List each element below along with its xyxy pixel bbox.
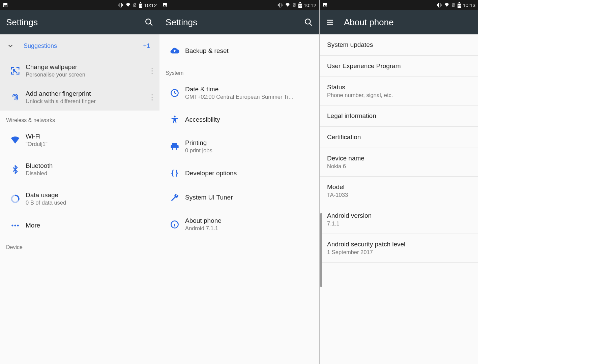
item-title: Android security patch level <box>327 241 471 248</box>
no-sim-icon <box>133 2 137 8</box>
more-horiz-icon <box>5 221 26 230</box>
chevron-down-icon <box>7 42 24 50</box>
status-time: 10:12 <box>303 2 316 8</box>
scrollbar-thumb[interactable] <box>320 213 322 287</box>
item-title: Printing <box>185 139 212 147</box>
screenshot-panel-3: 74 10:13 About phone System updates User… <box>319 0 478 364</box>
item-sub: 0 B of data used <box>26 200 66 206</box>
wrench-icon <box>164 193 185 202</box>
app-bar: About phone <box>320 10 478 34</box>
suggestion-change-wallpaper[interactable]: Change wallpaper Personalise your screen… <box>0 57 159 84</box>
search-icon[interactable] <box>145 18 153 27</box>
picture-icon <box>322 2 328 8</box>
about-item-android-version[interactable]: Android version 7.1.1 <box>320 205 478 234</box>
app-title: Settings <box>166 17 197 28</box>
suggestions-header[interactable]: Suggestions +1 <box>0 34 159 57</box>
search-icon[interactable] <box>304 18 313 27</box>
item-title: Date & time <box>185 86 294 93</box>
more-vert-icon[interactable]: ⋮ <box>145 66 159 75</box>
about-item-certification[interactable]: Certification <box>320 127 478 148</box>
svg-point-18 <box>305 19 310 24</box>
battery-icon: 74 <box>457 2 461 8</box>
item-title: System UI Tuner <box>185 194 233 201</box>
info-icon <box>164 220 185 229</box>
suggestion-title: Add another fingerprint <box>26 90 145 97</box>
item-sub: "Ordulj1" <box>26 141 48 147</box>
svg-text:75: 75 <box>299 4 302 7</box>
settings-item-printing[interactable]: Printing 0 print jobs <box>159 132 319 161</box>
svg-point-7 <box>13 69 14 70</box>
about-item-uxp[interactable]: User Experience Program <box>320 56 478 77</box>
settings-item-data-usage[interactable]: Data usage 0 B of data used <box>0 184 159 213</box>
suggestions-overflow-badge: +1 <box>143 42 156 50</box>
settings-item-accessibility[interactable]: Accessibility <box>159 108 319 132</box>
wifi-icon <box>285 2 291 8</box>
braces-icon <box>164 169 185 178</box>
vibrate-icon <box>277 2 283 8</box>
settings-item-wifi[interactable]: Wi-Fi "Ordulj1" <box>0 125 159 155</box>
accessibility-icon <box>164 115 185 124</box>
status-bar: 75 10:12 <box>159 0 319 10</box>
section-device: Device <box>0 238 159 252</box>
section-system: System <box>159 63 319 78</box>
item-title: Device name <box>327 155 471 162</box>
item-title: More <box>26 222 40 229</box>
svg-text:74: 74 <box>458 4 461 7</box>
app-bar: Settings <box>159 10 319 34</box>
svg-point-10 <box>14 224 16 226</box>
wifi-icon <box>5 135 26 145</box>
about-item-device-name[interactable]: Device name Nokia 6 <box>320 148 478 177</box>
item-sub: Disabled <box>26 170 53 177</box>
more-vert-icon[interactable]: ⋮ <box>145 93 159 102</box>
item-title: Accessibility <box>185 116 220 123</box>
cloud-upload-icon <box>164 46 185 56</box>
suggestion-add-fingerprint[interactable]: Add another fingerprint Unlock with a di… <box>0 84 159 111</box>
app-bar: Settings <box>0 10 159 34</box>
settings-item-backup-reset[interactable]: Backup & reset <box>159 34 319 63</box>
picture-icon <box>162 2 168 8</box>
about-item-status[interactable]: Status Phone number, signal, etc. <box>320 77 478 105</box>
item-title: Status <box>327 84 471 91</box>
status-time: 10:12 <box>144 2 157 8</box>
settings-item-more[interactable]: More <box>0 213 159 238</box>
suggestion-sub: Personalise your screen <box>26 71 145 78</box>
item-sub: 0 print jobs <box>185 147 212 154</box>
screenshot-panel-1: 75 10:12 Settings Suggestions +1 Change … <box>0 0 159 364</box>
svg-rect-15 <box>299 2 301 3</box>
item-sub: 7.1.1 <box>327 220 471 227</box>
item-sub: GMT+02:00 Central European Summer Ti… <box>185 94 294 100</box>
data-usage-icon <box>5 194 26 204</box>
about-item-system-updates[interactable]: System updates <box>320 34 478 56</box>
status-bar: 75 10:12 <box>0 0 159 10</box>
item-sub: Phone number, signal, etc. <box>327 92 471 98</box>
item-sub: 1 September 2017 <box>327 249 471 255</box>
printer-icon <box>164 142 185 151</box>
section-wireless-networks: Wireless & networks <box>0 111 159 125</box>
item-title: Wi-Fi <box>26 133 48 140</box>
settings-item-about-phone[interactable]: About phone Android 7.1.1 <box>159 210 319 239</box>
about-item-model[interactable]: Model TA-1033 <box>320 177 478 205</box>
settings-item-bluetooth[interactable]: Bluetooth Disabled <box>0 155 159 184</box>
item-title: About phone <box>185 217 222 224</box>
hamburger-icon[interactable] <box>326 18 334 26</box>
vibrate-icon <box>118 2 124 8</box>
about-item-legal[interactable]: Legal information <box>320 105 478 127</box>
svg-point-9 <box>11 224 13 226</box>
svg-rect-26 <box>459 2 460 3</box>
item-title: Data usage <box>26 191 66 199</box>
settings-item-system-ui-tuner[interactable]: System UI Tuner <box>159 185 319 210</box>
item-sub: TA-1033 <box>327 192 471 198</box>
vibrate-icon <box>436 2 442 8</box>
app-title: Settings <box>6 17 38 28</box>
settings-item-developer-options[interactable]: Developer options <box>159 161 319 185</box>
item-sub: Nokia 6 <box>327 163 471 170</box>
wifi-icon <box>125 2 131 8</box>
item-sub: Android 7.1.1 <box>185 225 222 232</box>
item-title: Developer options <box>185 170 237 177</box>
screenshot-panel-2: 75 10:12 Settings Backup & reset System … <box>159 0 319 364</box>
item-title: Certification <box>327 133 471 141</box>
about-item-security-patch[interactable]: Android security patch level 1 September… <box>320 234 478 263</box>
item-title: System updates <box>327 41 471 49</box>
svg-rect-3 <box>140 2 141 3</box>
settings-item-date-time[interactable]: Date & time GMT+02:00 Central European S… <box>159 78 319 108</box>
